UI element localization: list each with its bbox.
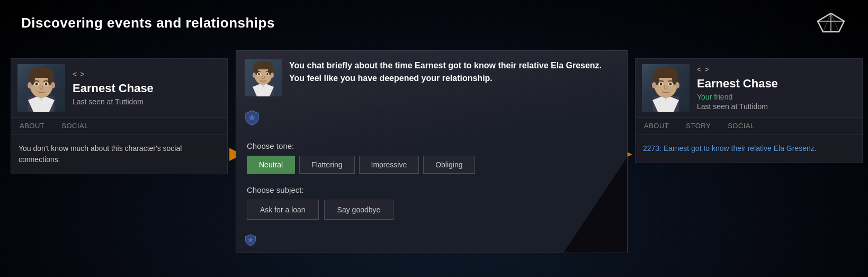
- left-tab-social[interactable]: SOCIAL: [53, 118, 97, 134]
- left-card-tabs: ABOUT SOCIAL: [11, 118, 227, 135]
- right-prev-arrow[interactable]: <: [697, 65, 701, 74]
- right-tab-story[interactable]: STORY: [677, 118, 719, 134]
- tone-label: Choose tone:: [247, 141, 616, 150]
- svg-point-12: [45, 83, 48, 86]
- svg-point-29: [271, 73, 274, 78]
- svg-point-27: [266, 73, 269, 75]
- svg-point-11: [35, 83, 38, 86]
- left-card-info: < > Earnest Chase Last seen at Tuttidom: [73, 70, 221, 106]
- svg-point-28: [253, 73, 256, 78]
- right-card-body: 2273: Earnest got to know their relative…: [636, 135, 862, 163]
- svg-point-41: [660, 83, 663, 86]
- left-nav-arrows[interactable]: < >: [73, 70, 221, 78]
- subject-label: Choose subject:: [247, 185, 616, 194]
- right-tab-social[interactable]: SOCIAL: [719, 118, 763, 134]
- subject-section: Choose subject: Ask for a loan Say goodb…: [236, 180, 627, 230]
- left-tab-about[interactable]: ABOUT: [11, 118, 53, 134]
- left-card-body: You don't know much about this character…: [11, 135, 227, 174]
- svg-point-42: [669, 83, 672, 86]
- right-nav-arrows[interactable]: < >: [697, 65, 856, 74]
- svg-point-14: [51, 82, 55, 88]
- right-char-friend-status: Your friend: [697, 93, 856, 101]
- tone-impressive-button[interactable]: Impressive: [359, 156, 419, 174]
- left-next-arrow[interactable]: >: [80, 70, 84, 78]
- left-char-location: Last seen at Tuttidom: [73, 97, 221, 106]
- svg-point-43: [652, 82, 656, 88]
- dialogue-header: You chat briefly about the time Earnest …: [236, 51, 627, 103]
- right-char-location: Last seen at Tuttidom: [697, 102, 856, 111]
- right-char-name: Earnest Chase: [697, 77, 856, 91]
- left-char-name: Earnest Chase: [73, 82, 221, 95]
- right-card-header: < > Earnest Chase Your friend Last seen …: [636, 59, 862, 118]
- tone-section: Choose tone: Neutral Flattering Impressi…: [236, 135, 627, 180]
- right-card-info: < > Earnest Chase Your friend Last seen …: [697, 65, 856, 111]
- dialogue-main-text: You chat briefly about the time Earnest …: [289, 59, 616, 85]
- tone-buttons: Neutral Flattering Impressive Obliging: [247, 156, 616, 174]
- svg-point-26: [258, 73, 260, 75]
- left-prev-arrow[interactable]: <: [73, 70, 77, 78]
- shield-icon-bottom: [245, 234, 619, 249]
- dialogue-avatar: [245, 59, 282, 96]
- subject-buttons: Ask for a loan Say goodbye: [247, 200, 616, 220]
- svg-point-13: [28, 82, 32, 88]
- tone-flattering-button[interactable]: Flattering: [299, 156, 354, 174]
- left-card-header: < > Earnest Chase Last seen at Tuttidom: [11, 59, 227, 118]
- subject-loan-button[interactable]: Ask for a loan: [247, 200, 319, 220]
- svg-point-44: [675, 82, 679, 88]
- right-character-card: < > Earnest Chase Your friend Last seen …: [635, 58, 863, 163]
- right-next-arrow[interactable]: >: [704, 65, 709, 74]
- story-link[interactable]: 2273: Earnest got to know their relative…: [643, 144, 817, 153]
- left-avatar: [17, 64, 65, 112]
- game-logo: [815, 11, 847, 39]
- tone-neutral-button[interactable]: Neutral: [247, 156, 295, 174]
- left-character-card: < > Earnest Chase Last seen at Tuttidom …: [11, 58, 228, 174]
- right-avatar: [642, 64, 690, 112]
- dialogue-panel: You chat briefly about the time Earnest …: [236, 50, 628, 253]
- page-title: Discovering events and relationships: [21, 15, 275, 31]
- right-tab-about[interactable]: ABOUT: [636, 118, 677, 134]
- tone-obliging-button[interactable]: Obliging: [423, 156, 475, 174]
- subject-goodbye-button[interactable]: Say goodbye: [324, 200, 394, 220]
- right-card-tabs: ABOUT STORY SOCIAL: [636, 118, 862, 135]
- shield-icon-top: [245, 110, 619, 129]
